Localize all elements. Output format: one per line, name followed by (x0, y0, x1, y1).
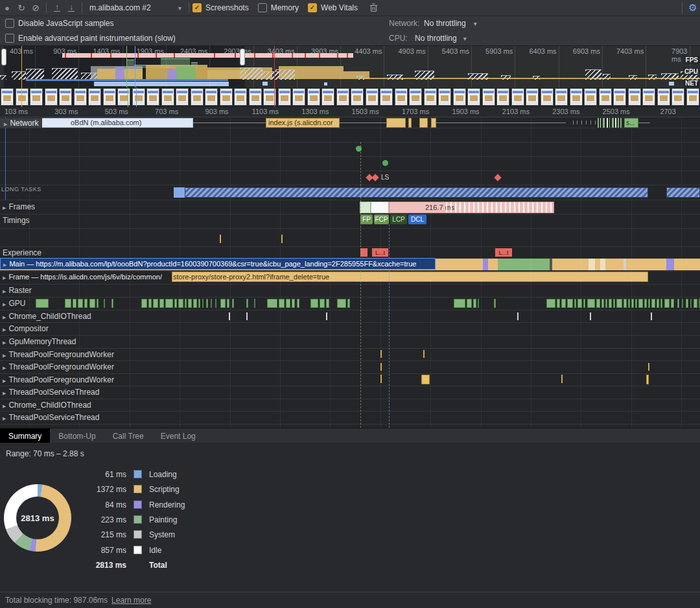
gpu-activity-bar[interactable] (36, 299, 49, 308)
filmstrip-thumbnail[interactable] (613, 88, 626, 106)
gpu-activity-bar[interactable] (609, 299, 612, 308)
gpu-activity-bar[interactable] (78, 299, 83, 308)
gpu-activity-bar[interactable] (254, 299, 255, 308)
gpu-activity-bar[interactable] (561, 299, 566, 308)
gpu-activity-bar[interactable] (65, 299, 71, 308)
thread-track-label[interactable]: ThreadPoolForegroundWorker (3, 350, 114, 359)
thread-track-label[interactable]: Raster (3, 286, 32, 295)
io-thread-tick[interactable] (651, 312, 652, 320)
gpu-activity-bar[interactable] (347, 299, 350, 308)
expand-arrow-icon[interactable] (3, 388, 6, 397)
filmstrip-thumbnail[interactable] (146, 88, 159, 106)
long-task-bar[interactable] (666, 187, 700, 198)
network-request-bar[interactable] (600, 118, 601, 128)
gpu-activity-bar[interactable] (220, 299, 226, 308)
gpu-activity-bar[interactable] (473, 299, 476, 308)
expand-arrow-icon[interactable] (3, 413, 6, 422)
gpu-activity-bar[interactable] (677, 299, 679, 308)
filmstrip-thumbnail[interactable] (686, 88, 699, 106)
filmstrip-thumbnail[interactable] (657, 88, 670, 106)
gpu-activity-bar[interactable] (310, 299, 318, 308)
filmstrip-thumbnail[interactable] (453, 88, 466, 106)
gpu-activity-bar[interactable] (185, 299, 187, 308)
network-request-bar[interactable] (598, 118, 599, 128)
filmstrip-thumbnail[interactable] (103, 88, 116, 106)
filmstrip-thumbnail[interactable] (74, 88, 87, 106)
gpu-activity-bar[interactable] (624, 299, 627, 308)
network-request-bar[interactable] (618, 118, 619, 128)
layout-shift-diamond[interactable] (371, 174, 379, 181)
filmstrip-thumbnail[interactable] (30, 88, 43, 106)
gpu-activity-bar[interactable] (664, 299, 670, 308)
legend-swatch-idle[interactable] (134, 546, 142, 554)
timeline-overview[interactable]: 403 ms903 ms1403 ms1903 ms2403 ms2903 ms… (0, 46, 700, 88)
gpu-activity-bar[interactable] (694, 299, 697, 308)
filmstrip-thumbnail[interactable] (336, 88, 349, 106)
filmstrip-thumbnail[interactable] (351, 88, 364, 106)
filmstrip-thumbnail[interactable] (220, 88, 233, 106)
gpu-activity-bar[interactable] (202, 299, 204, 308)
tab-event-log[interactable]: Event Log (152, 428, 204, 443)
expand-arrow-icon[interactable] (3, 202, 6, 211)
network-request-bar[interactable] (431, 118, 436, 128)
gear-icon[interactable] (686, 1, 700, 14)
thread-track-label[interactable]: GpuMemoryThread (3, 337, 76, 346)
expand-arrow-icon[interactable] (3, 260, 6, 268)
gpu-activity-bar[interactable] (227, 299, 229, 308)
thread-track-label[interactable]: Chrome_ChildIOThread (3, 401, 91, 410)
legend-swatch-painting[interactable] (134, 515, 142, 524)
expand-arrow-icon[interactable] (3, 299, 6, 308)
network-request-bar[interactable] (607, 118, 608, 128)
network-request-small[interactable]: s... (624, 118, 638, 128)
gpu-activity-bar[interactable] (648, 299, 650, 308)
gpu-activity-bar[interactable] (567, 299, 573, 308)
legend-swatch-scripting[interactable] (134, 485, 142, 493)
filmstrip-thumbnail[interactable] (570, 88, 583, 106)
timing-badge-dcl[interactable]: DCL (408, 215, 426, 224)
gpu-activity-bar[interactable] (148, 299, 152, 308)
gpu-activity-bar[interactable] (198, 299, 200, 308)
layout-shift-event[interactable]: L...t (372, 248, 388, 257)
legend-swatch-rendering[interactable] (134, 500, 142, 509)
thread-track-label[interactable]: ThreadPoolForegroundWorker (3, 375, 114, 384)
gpu-activity-bar[interactable] (165, 299, 173, 308)
worker-task-block[interactable] (421, 375, 430, 384)
gpu-activity-bar[interactable] (206, 299, 208, 308)
screenshots-checkbox[interactable] (192, 3, 202, 12)
network-request-bar[interactable] (615, 118, 616, 128)
gpu-activity-bar[interactable] (494, 299, 496, 308)
gpu-activity-bar[interactable] (596, 299, 600, 308)
layout-shift-event[interactable]: L...t (495, 248, 512, 257)
cpu-throttle-select[interactable]: No throttling (411, 34, 471, 43)
tab-summary[interactable]: Summary (0, 428, 50, 443)
gpu-activity-bar[interactable] (467, 299, 472, 308)
disable-js-checkbox[interactable] (5, 19, 14, 28)
gpu-activity-bar[interactable] (73, 299, 76, 308)
worker-task-tick[interactable] (380, 350, 382, 358)
expand-arrow-icon[interactable] (3, 401, 6, 410)
filmstrip-thumbnail[interactable] (671, 88, 684, 106)
gpu-activity-bar[interactable] (478, 299, 479, 308)
advanced-paint-checkbox[interactable] (5, 34, 14, 43)
filmstrip-thumbnail[interactable] (599, 88, 612, 106)
filmstrip-thumbnail[interactable] (59, 88, 72, 106)
tab-bottom-up[interactable]: Bottom-Up (50, 428, 104, 443)
worker-task-tick[interactable] (561, 375, 563, 383)
frame-bar-idle[interactable] (360, 202, 371, 213)
network-request-bar[interactable] (609, 118, 610, 128)
filmstrip-thumbnail[interactable] (88, 88, 101, 106)
expand-arrow-icon[interactable] (4, 119, 7, 128)
main-track-label[interactable]: Main — https://m.alibaba.com/lp/t/oooBdN… (0, 258, 436, 270)
filmstrip-thumbnail[interactable] (278, 88, 291, 106)
timing-badge-fcp[interactable]: FCP (374, 215, 389, 224)
gpu-activity-bar[interactable] (97, 299, 99, 308)
filmstrip-thumbnail[interactable] (395, 88, 408, 106)
gpu-activity-bar[interactable] (267, 299, 277, 308)
layout-shift-event[interactable] (360, 248, 368, 257)
thread-track-label[interactable]: ThreadPoolForegroundWorker (3, 362, 114, 371)
gpu-activity-bar[interactable] (657, 299, 659, 308)
network-throttle-select[interactable]: No throttling (420, 19, 481, 28)
gpu-activity-bar[interactable] (613, 299, 615, 308)
filmstrip-thumbnail[interactable] (292, 88, 305, 106)
frames-track-label[interactable]: Frames (3, 202, 35, 211)
